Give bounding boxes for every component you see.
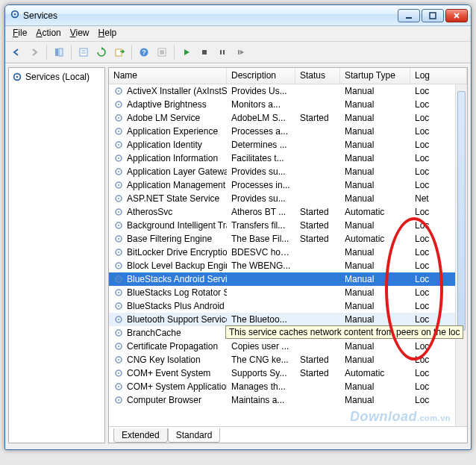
table-row[interactable]: Certificate PropagationCopies user ...Ma…: [109, 340, 467, 353]
table-row[interactable]: Adobe LM ServiceAdobeLM S...StartedManua…: [109, 111, 467, 125]
service-startup: Automatic: [340, 367, 410, 379]
service-icon: [113, 166, 124, 177]
vertical-scrollbar[interactable]: [455, 84, 467, 426]
tab-standard[interactable]: Standard: [168, 428, 221, 443]
svg-point-69: [118, 399, 119, 401]
pause-service-button[interactable]: [214, 44, 231, 60]
service-status: [295, 386, 340, 387]
col-status[interactable]: Status: [295, 68, 340, 84]
service-startup: Manual: [340, 139, 410, 151]
service-icon: [113, 287, 124, 298]
properties-button[interactable]: [75, 44, 92, 60]
export-button[interactable]: [111, 44, 128, 60]
help-button[interactable]: ?: [136, 44, 152, 60]
table-row[interactable]: BitLocker Drive Encryption Ser...BDESVC …: [109, 246, 467, 259]
column-headers: Name Description Status Startup Type Log: [109, 68, 467, 84]
col-description[interactable]: Description: [227, 68, 295, 84]
table-row[interactable]: Application IdentityDetermines ...Manual…: [109, 138, 467, 152]
menu-file[interactable]: File: [13, 28, 27, 38]
service-icon: [113, 274, 124, 284]
service-desc: The Bluetoo...: [227, 313, 295, 325]
svg-point-33: [118, 157, 119, 159]
table-row[interactable]: Base Filtering EngineThe Base Fil...Star…: [109, 232, 467, 246]
tree-root[interactable]: Services (Local): [10, 71, 103, 83]
table-row[interactable]: AtherosSvcAtheros BT ...StartedAutomatic…: [109, 205, 467, 219]
toolbar-sep: [71, 45, 72, 60]
col-logon[interactable]: Log: [410, 68, 467, 84]
service-status: [295, 305, 340, 307]
service-status: [295, 131, 340, 132]
menu-view[interactable]: View: [70, 28, 90, 38]
service-startup: Manual: [340, 112, 410, 124]
service-name: BranchCache: [127, 328, 181, 338]
table-row[interactable]: Background Intelligent Transf...Transfer…: [109, 219, 467, 232]
table-row[interactable]: BlueStacks Log Rotator ServiceManualLoc: [109, 286, 467, 299]
maximize-button[interactable]: [422, 9, 444, 22]
table-row[interactable]: Block Level Backup Engine Ser...The WBEN…: [109, 259, 467, 272]
service-name: Computer Browser: [127, 395, 201, 405]
table-row[interactable]: Application Layer Gateway Ser...Provides…: [109, 165, 467, 178]
table-row[interactable]: BlueStacks Android ServiceManualLoc: [109, 272, 467, 286]
table-row[interactable]: COM+ System ApplicationManages th...Manu…: [109, 380, 467, 393]
service-startup: Manual: [340, 287, 410, 299]
service-startup: Manual: [340, 313, 410, 325]
table-row[interactable]: COM+ Event SystemSupports Sy...StartedAu…: [109, 366, 467, 380]
tooltip: This service caches network content from…: [225, 325, 463, 339]
scroll-thumb[interactable]: [457, 91, 466, 331]
svg-point-57: [118, 319, 119, 320]
service-icon: [113, 220, 124, 231]
refresh-button[interactable]: [93, 44, 110, 60]
show-hide-tree-button[interactable]: [51, 44, 67, 60]
titlebar[interactable]: Services: [5, 5, 471, 26]
table-row[interactable]: Application ManagementProcesses in...Man…: [109, 178, 467, 192]
service-status: [295, 171, 340, 172]
service-desc: Supports Sy...: [227, 367, 295, 379]
menu-help[interactable]: Help: [98, 28, 117, 38]
action-button[interactable]: [154, 44, 170, 60]
service-desc: Provides su...: [227, 166, 295, 178]
table-row[interactable]: Application InformationFacilitates t...M…: [109, 152, 467, 165]
service-status: Started: [295, 367, 340, 379]
service-status: [295, 319, 340, 320]
service-status: [295, 144, 340, 146]
table-row[interactable]: Bluetooth Support ServiceThe Bluetoo...M…: [109, 313, 467, 326]
table-row[interactable]: ActiveX Installer (AxInstSV)Provides Us.…: [109, 84, 467, 98]
table-row[interactable]: Computer BrowserMaintains a...ManualLoc: [109, 393, 467, 407]
tab-extended[interactable]: Extended: [113, 428, 168, 443]
col-startup-type[interactable]: Startup Type: [340, 68, 410, 84]
toolbar-sep: [131, 45, 132, 60]
col-name[interactable]: Name: [109, 68, 227, 84]
start-service-button[interactable]: [178, 44, 195, 60]
table-row[interactable]: BlueStacks Plus Android Servi...ManualLo…: [109, 299, 467, 313]
service-name: Application Management: [127, 180, 225, 190]
service-icon: [113, 193, 124, 204]
restart-service-button[interactable]: [232, 44, 248, 60]
service-status: [295, 399, 340, 401]
service-icon: [113, 381, 124, 392]
service-icon: [113, 180, 124, 190]
service-name: ASP.NET State Service: [127, 193, 219, 204]
tree-pane[interactable]: Services (Local): [8, 67, 105, 443]
service-name: Certificate Propagation: [127, 341, 218, 352]
service-icon: [113, 247, 124, 258]
forward-button[interactable]: [26, 44, 43, 60]
service-status: [295, 252, 340, 253]
svg-point-45: [118, 238, 119, 240]
table-row[interactable]: Adaptive BrightnessMonitors a...ManualLo…: [109, 98, 467, 111]
service-icon: [113, 207, 124, 217]
table-row[interactable]: CNG Key IsolationThe CNG ke...StartedMan…: [109, 353, 467, 366]
menu-action[interactable]: Action: [36, 28, 60, 38]
table-row[interactable]: ASP.NET State ServiceProvides su...Manua…: [109, 192, 467, 205]
service-list[interactable]: ActiveX Installer (AxInstSV)Provides Us.…: [109, 84, 467, 426]
menubar: File Action View Help: [5, 26, 471, 41]
service-startup: Manual: [340, 394, 410, 406]
close-button[interactable]: [445, 9, 468, 22]
svg-point-23: [118, 90, 119, 92]
svg-point-1: [14, 13, 16, 16]
svg-rect-19: [238, 50, 239, 54]
svg-point-37: [118, 184, 119, 186]
stop-service-button[interactable]: [196, 44, 213, 60]
minimize-button[interactable]: [398, 9, 420, 22]
table-row[interactable]: Application ExperienceProcesses a...Manu…: [109, 125, 467, 138]
back-button[interactable]: [8, 44, 25, 60]
